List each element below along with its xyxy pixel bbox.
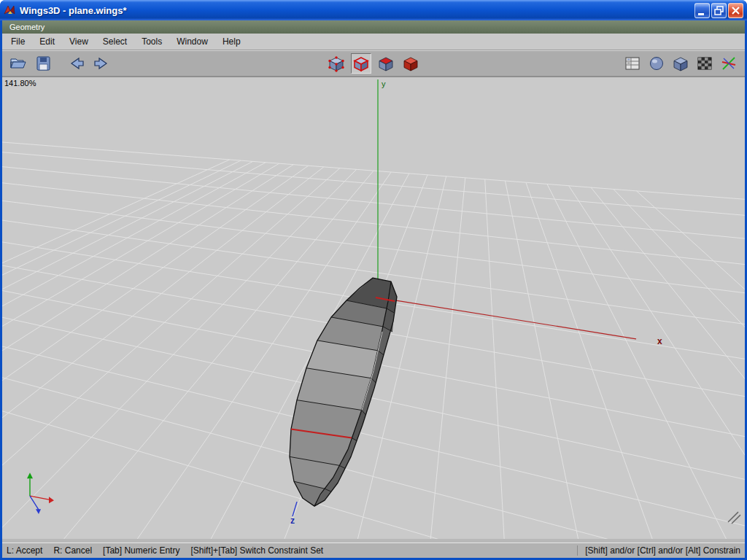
outliner-icon bbox=[624, 55, 641, 72]
toolbar bbox=[2, 50, 745, 77]
close-button[interactable] bbox=[728, 3, 743, 18]
vertex-mode-button[interactable] bbox=[326, 53, 347, 74]
menubar: File Edit View Select Tools Window Help bbox=[2, 34, 745, 50]
redo-button[interactable] bbox=[91, 53, 112, 74]
show-axes-button[interactable] bbox=[719, 53, 739, 74]
viewport[interactable]: y x bbox=[2, 77, 745, 539]
geometry-window-label: Geometry bbox=[9, 23, 44, 31]
selection-mode-group bbox=[326, 53, 421, 74]
back-arrow-icon bbox=[68, 55, 85, 72]
show-axes-icon bbox=[720, 55, 738, 72]
app-window: Wings3D - plane.wings* Geometry File Edi bbox=[0, 0, 747, 560]
viewport-canvas[interactable]: y x bbox=[2, 77, 745, 539]
edge-mode-button[interactable] bbox=[351, 53, 371, 74]
menu-edit[interactable]: Edit bbox=[32, 34, 62, 49]
y-axis-label: y bbox=[382, 79, 386, 88]
window-title: Wings3D - plane.wings* bbox=[20, 5, 693, 16]
status-constraint-hint: [Shift]+[Tab] Switch Constraint Set bbox=[190, 545, 323, 556]
menu-tools[interactable]: Tools bbox=[134, 34, 169, 49]
ground-grid-button[interactable] bbox=[694, 53, 715, 74]
menu-view[interactable]: View bbox=[62, 34, 96, 49]
titlebar[interactable]: Wings3D - plane.wings* bbox=[0, 0, 747, 20]
outliner-button[interactable] bbox=[622, 53, 643, 74]
menu-window[interactable]: Window bbox=[169, 34, 215, 49]
status-hints: L: Accept R: Cancel [Tab] Numeric Entry … bbox=[7, 545, 323, 556]
app-icon bbox=[4, 4, 15, 16]
geometry-window-header: Geometry bbox=[2, 20, 745, 34]
open-button[interactable] bbox=[8, 53, 28, 74]
minimize-button[interactable] bbox=[694, 3, 710, 18]
minimize-icon bbox=[695, 4, 709, 18]
file-tool-group bbox=[8, 53, 112, 74]
menu-file[interactable]: File bbox=[4, 34, 32, 49]
smooth-preview-button[interactable] bbox=[646, 53, 667, 74]
save-button[interactable] bbox=[33, 53, 53, 74]
face-mode-icon bbox=[377, 55, 395, 72]
window-body: Geometry File Edit View Select Tools Win… bbox=[2, 20, 745, 558]
z-axis-label: z bbox=[290, 516, 295, 526]
menu-help[interactable]: Help bbox=[215, 34, 248, 49]
status-cancel-hint: R: Cancel bbox=[53, 545, 92, 556]
vertex-mode-icon bbox=[328, 55, 345, 72]
body-mode-button[interactable] bbox=[400, 53, 421, 74]
save-icon bbox=[34, 55, 52, 72]
view-tool-group bbox=[622, 53, 739, 74]
ground-grid-icon bbox=[696, 55, 713, 72]
close-icon bbox=[729, 4, 743, 18]
x-axis bbox=[392, 300, 636, 339]
restore-icon bbox=[712, 4, 726, 18]
face-mode-button[interactable] bbox=[376, 53, 396, 74]
zoom-level: 141.80% bbox=[4, 79, 36, 88]
status-modifier-hint: [Shift] and/or [Ctrl] and/or [Alt] Const… bbox=[577, 545, 740, 556]
status-accept-hint: L: Accept bbox=[7, 545, 42, 556]
x-axis-label: x bbox=[657, 336, 662, 346]
perspective-cube-icon bbox=[672, 55, 689, 72]
forward-arrow-icon bbox=[93, 55, 110, 72]
perspective-button[interactable] bbox=[670, 53, 691, 74]
restore-button[interactable] bbox=[711, 3, 727, 18]
open-folder-icon bbox=[9, 55, 27, 72]
body-mode-icon bbox=[402, 55, 419, 72]
undo-button[interactable] bbox=[66, 53, 87, 74]
statusbar: L: Accept R: Cancel [Tab] Numeric Entry … bbox=[2, 542, 745, 558]
menu-select[interactable]: Select bbox=[96, 34, 134, 49]
smooth-preview-icon bbox=[648, 55, 665, 72]
model-object[interactable] bbox=[290, 278, 397, 506]
status-numeric-hint: [Tab] Numeric Entry bbox=[103, 545, 179, 556]
edge-mode-icon bbox=[352, 55, 370, 72]
